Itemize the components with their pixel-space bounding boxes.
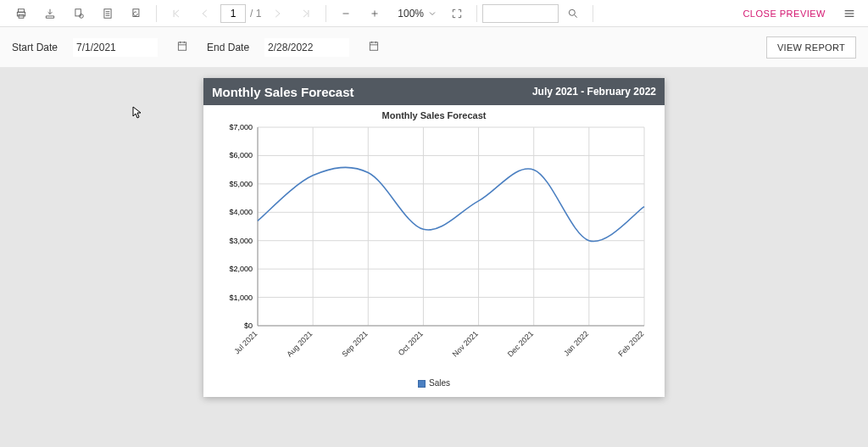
svg-text:Feb 2022: Feb 2022 <box>616 329 645 358</box>
report-title: Monthly Sales Forecast <box>212 85 354 99</box>
page-total-label: / 1 <box>247 8 263 20</box>
report-header: Monthly Sales Forecast July 2021 - Febru… <box>203 78 665 105</box>
svg-text:$3,000: $3,000 <box>229 237 253 245</box>
svg-text:Jul 2021: Jul 2021 <box>232 329 259 355</box>
parameter-bar: Start Date End Date VIEW REPORT <box>0 27 868 68</box>
parameters-button[interactable] <box>93 2 122 25</box>
close-preview-button[interactable]: CLOSE PREVIEW <box>731 8 837 19</box>
sales-chart: $0$1,000$2,000$3,000$4,000$5,000$6,000$7… <box>212 122 656 377</box>
next-page-button[interactable] <box>263 2 292 25</box>
prev-page-button[interactable] <box>191 2 220 25</box>
chevron-down-icon <box>427 8 437 19</box>
svg-text:$2,000: $2,000 <box>229 265 253 273</box>
zoom-dropdown[interactable]: 100% <box>389 8 442 20</box>
fullscreen-button[interactable] <box>442 2 471 25</box>
svg-text:$1,000: $1,000 <box>229 293 253 302</box>
end-date-picker-button[interactable] <box>364 40 383 54</box>
refresh-button[interactable] <box>122 2 151 25</box>
legend-label-sales: Sales <box>429 378 450 388</box>
print-button[interactable] <box>7 2 36 25</box>
last-page-button[interactable] <box>292 2 320 25</box>
svg-point-13 <box>569 9 575 15</box>
end-date-input[interactable] <box>264 38 349 57</box>
first-page-button[interactable] <box>162 2 191 25</box>
report-date-range: July 2021 - February 2022 <box>532 86 656 98</box>
search-icon <box>567 8 579 20</box>
svg-text:$6,000: $6,000 <box>229 151 253 159</box>
export-settings-button[interactable] <box>64 2 93 25</box>
report-toolbar: / 1 100% CLOSE PREVIEW <box>0 0 868 27</box>
page-number-input[interactable] <box>220 4 246 23</box>
svg-text:Nov 2021: Nov 2021 <box>451 329 480 358</box>
svg-rect-22 <box>370 42 377 50</box>
view-report-button[interactable]: VIEW REPORT <box>766 36 856 59</box>
legend-swatch-sales <box>418 380 426 388</box>
svg-line-14 <box>575 14 577 17</box>
chart-title: Monthly Sales Forecast <box>212 110 656 120</box>
search-input[interactable] <box>482 4 559 23</box>
report-stage: Monthly Sales Forecast July 2021 - Febru… <box>0 68 868 447</box>
zoom-in-button[interactable] <box>360 2 389 25</box>
svg-rect-18 <box>178 42 186 50</box>
svg-text:Sep 2021: Sep 2021 <box>340 329 369 358</box>
svg-rect-0 <box>19 8 25 12</box>
hamburger-icon <box>843 7 856 20</box>
svg-text:$7,000: $7,000 <box>229 123 253 131</box>
svg-text:Jan 2022: Jan 2022 <box>562 329 590 357</box>
svg-text:Oct 2021: Oct 2021 <box>397 329 425 357</box>
end-date-label: End Date <box>207 42 249 53</box>
export-button[interactable] <box>36 2 64 25</box>
menu-button[interactable] <box>837 2 861 25</box>
svg-text:$0: $0 <box>244 321 253 330</box>
svg-text:$4,000: $4,000 <box>229 208 253 216</box>
svg-text:Aug 2021: Aug 2021 <box>285 329 314 358</box>
zoom-label: 100% <box>394 8 427 20</box>
start-date-input[interactable] <box>73 38 158 57</box>
start-date-label: Start Date <box>12 42 58 53</box>
svg-text:$5,000: $5,000 <box>229 180 253 188</box>
chart-legend: Sales <box>212 378 656 388</box>
svg-text:Dec 2021: Dec 2021 <box>506 329 535 358</box>
calendar-icon <box>368 40 380 52</box>
search-button[interactable] <box>559 2 587 25</box>
report-page: Monthly Sales Forecast July 2021 - Febru… <box>203 78 665 397</box>
calendar-icon <box>176 40 188 52</box>
zoom-out-button[interactable] <box>331 2 360 25</box>
start-date-picker-button[interactable] <box>173 40 192 54</box>
